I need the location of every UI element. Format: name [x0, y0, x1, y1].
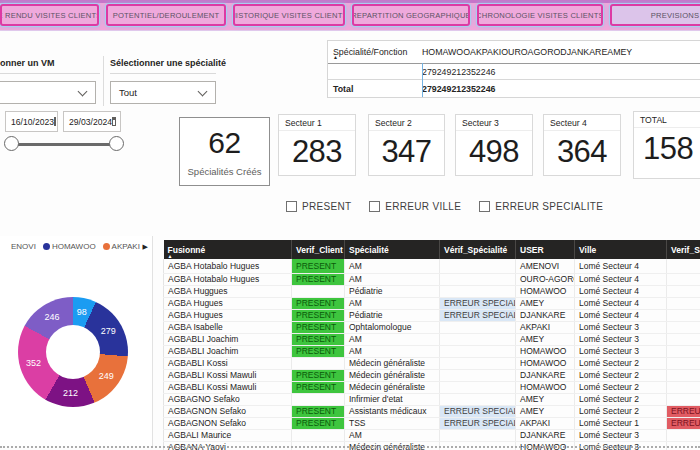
- donut-slice-label: 352: [26, 358, 41, 368]
- cell-verif-client: [292, 430, 345, 442]
- table-row[interactable]: AGBABLI Kossi Mawuli PRESENT Médecin gén…: [164, 370, 700, 382]
- nav-tab[interactable]: HISTORIQUE VISITES CLIENTS: [233, 4, 345, 26]
- nav-tab[interactable]: POTENTIEL/DEROULEMENT: [106, 4, 226, 26]
- vm-slicer-underline: [0, 73, 100, 74]
- cell-verif-client: PRESENT: [292, 334, 345, 346]
- calendar-icon: [54, 117, 56, 126]
- matrix-value: 279: [422, 67, 437, 77]
- nav-tab[interactable]: CHRONOLOGIE VISITES CLIENTS: [477, 4, 603, 26]
- date-slider-track[interactable]: [12, 143, 117, 146]
- nav-tab[interactable]: E RENDU VISITES CLIENTS: [0, 4, 99, 26]
- col-header-fusionne[interactable]: Fusionné▲: [164, 240, 292, 259]
- legend-item[interactable]: HOMAWOO: [43, 242, 96, 251]
- cell-fusionne: AGBABLI Kossi: [164, 358, 292, 370]
- cell-fusionne: AGBABLI Joachim: [164, 334, 292, 346]
- col-header-user[interactable]: USER: [516, 240, 575, 259]
- cell-fusionne: AGBABLI Joachim: [164, 346, 292, 358]
- cell-user: AMEY: [516, 334, 575, 346]
- table-row[interactable]: AGBAGNO Sefako Infirmier d'etat AMEY Lom…: [164, 394, 700, 406]
- col-header-specialite[interactable]: Spécialité: [345, 240, 440, 259]
- matrix-column-header[interactable]: OUROAGORO: [501, 47, 560, 57]
- cell-ville: Lomé Secteur 4: [575, 259, 667, 274]
- checkbox-box-icon[interactable]: [479, 201, 490, 212]
- kpi-value: 283: [279, 134, 355, 170]
- legend-item[interactable]: ENOVI: [2, 242, 36, 251]
- cell-user: AMEY: [516, 406, 575, 418]
- table-row[interactable]: AGBA Hotabalo Hugues PRESENT AM OURO-AGO…: [164, 274, 700, 286]
- nav-tab-label: HISTORIQUE VISITES CLIENTS: [233, 11, 345, 20]
- cell-verif-specialite: [440, 430, 516, 442]
- checkbox-box-icon[interactable]: [286, 201, 297, 212]
- table-row[interactable]: AGBA Hugues PRESENT AM ERREUR SPECIALITE…: [164, 298, 700, 310]
- donut-slice-label: 279: [101, 326, 116, 336]
- checkbox-box-icon[interactable]: [369, 201, 380, 212]
- col-header-verif-client[interactable]: Verif_Client: [292, 240, 345, 259]
- table-row[interactable]: AGBABLI Joachim PRESENT AM HOMAWOO Lomé …: [164, 346, 700, 358]
- cell-verif-secteur: [667, 274, 700, 286]
- table-row[interactable]: AGBAGNON Sefako PRESENT TSS ERREUR SPECI…: [164, 418, 700, 430]
- matrix-column-header[interactable]: DJANKARE: [560, 47, 607, 57]
- cell-verif-specialite: [440, 370, 516, 382]
- specialite-dropdown[interactable]: Tout: [110, 81, 216, 104]
- date-slider-handle-start[interactable]: [4, 136, 19, 151]
- legend-label: HOMAWOO: [52, 242, 96, 251]
- col-header-ville[interactable]: Ville: [575, 240, 667, 259]
- table-row[interactable]: AGBAGNON Sefako PRESENT Assistants médic…: [164, 406, 700, 418]
- cell-ville: Lomé Secteur 4: [575, 310, 667, 322]
- visits-table: Fusionné▲ Verif_Client Spécialité Vérif_…: [163, 240, 700, 450]
- cell-fusionne: AGBAGNO Sefako: [164, 394, 292, 406]
- table-row[interactable]: AGBABLI Joachim PRESENT AM AMEY Lomé Sec…: [164, 334, 700, 346]
- table-row[interactable]: AGBA Huggues Pédiatrie HOMAWOO Lomé Sect…: [164, 286, 700, 298]
- nav-tab[interactable]: REPARTITION GEOGRAPHIQUE: [352, 4, 470, 26]
- table-row-clipped[interactable]: AGBA Hotabalo Hugues PRESENT AM AMENOVI …: [164, 259, 700, 274]
- cell-specialite: AM: [345, 430, 440, 442]
- table-row[interactable]: AGBA Isabelle PRESENT Ophtalomologue AKP…: [164, 322, 700, 334]
- donut-legend: ENOVI HOMAWOO AKPAKI: [2, 242, 140, 251]
- filter-checkbox[interactable]: PRESENT: [286, 201, 351, 212]
- specialite-slicer-underline: [110, 73, 216, 74]
- table-row[interactable]: AGBABLI Kossi Mawuli PRESENT Médecin gén…: [164, 382, 700, 394]
- matrix-column-header[interactable]: AKPAKI: [470, 47, 501, 57]
- kpi-label: Secteur 1: [279, 115, 355, 131]
- nav-tab[interactable]: PREVISIONS: [610, 4, 700, 26]
- kpi-label: Secteur 2: [369, 115, 444, 131]
- legend-scroll-arrow-icon[interactable]: ▶: [143, 243, 148, 251]
- table-header-row: Fusionné▲ Verif_Client Spécialité Vérif_…: [164, 240, 700, 259]
- cell-verif-client: PRESENT: [292, 298, 345, 310]
- col-header-verif-specialite[interactable]: Vérif_Spécialité: [440, 240, 516, 259]
- date-slider-handle-end[interactable]: [109, 136, 124, 151]
- cell-verif-specialite: [440, 259, 516, 274]
- cell-user: HOMAWOO: [516, 286, 575, 298]
- chevron-down-icon: [78, 86, 88, 96]
- vm-dropdown[interactable]: [0, 81, 96, 104]
- matrix-total-value: 249: [437, 84, 452, 94]
- cell-ville: Lomé Secteur 4: [575, 274, 667, 286]
- table-row[interactable]: AGBA Hugues PRESENT Pédiatrie ERREUR SPE…: [164, 310, 700, 322]
- cell-fusionne: AGBAGNON Sefako: [164, 418, 292, 430]
- cell-user: DJANKARE: [516, 310, 575, 322]
- matrix-total-value: 246: [481, 84, 496, 94]
- legend-item[interactable]: AKPAKI: [103, 242, 140, 251]
- table-row[interactable]: AGBABLI Kossi Médecin généraliste HOMAWO…: [164, 358, 700, 370]
- filter-checkbox[interactable]: ERREUR VILLE: [369, 201, 461, 212]
- cell-user: AKPAKI: [516, 322, 575, 334]
- nav-tab-label: E RENDU VISITES CLIENTS: [0, 11, 99, 20]
- kpi-value: 62: [180, 126, 269, 160]
- cell-ville: Lomé Secteur 3: [575, 430, 667, 442]
- cell-verif-secteur: [667, 394, 700, 406]
- donut-slice-label: 246: [44, 312, 59, 322]
- cell-verif-secteur: [667, 430, 700, 442]
- filter-checkbox[interactable]: ERREUR SPECIALITE: [479, 201, 603, 212]
- table-row[interactable]: AGBALI Maurice AM DJANKARE Lomé Secteur …: [164, 430, 700, 442]
- date-start-input[interactable]: 16/10/2023: [5, 111, 58, 132]
- matrix-column-header[interactable]: AMEY: [607, 47, 632, 57]
- cell-specialite: Médecin généraliste: [345, 382, 440, 394]
- matrix-column-header[interactable]: HOMAWOO: [422, 47, 470, 57]
- date-end-input[interactable]: 29/03/2024: [63, 111, 121, 132]
- col-header-verif-secteur[interactable]: Verif_Secteur: [667, 240, 700, 259]
- cell-fusionne: AGBA Isabelle: [164, 322, 292, 334]
- donut-chart[interactable]: 98279249212352246: [18, 297, 128, 407]
- cell-fusionne: AGBA Huggues: [164, 286, 292, 298]
- matrix-first-col-header[interactable]: Spécialité/Fonction▲: [328, 47, 422, 57]
- kpi-secteur-3: Secteur 3 498: [455, 114, 533, 176]
